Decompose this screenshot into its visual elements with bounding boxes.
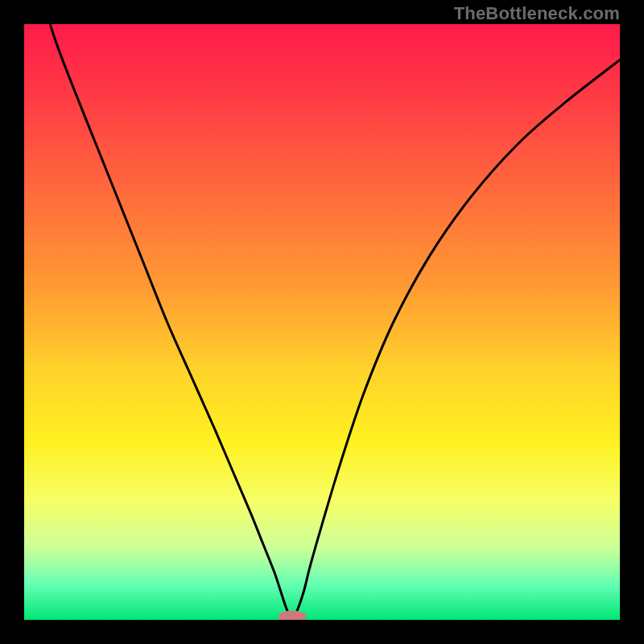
plot-area <box>24 24 620 620</box>
chart-frame: TheBottleneck.com <box>0 0 644 644</box>
gradient-background <box>24 24 620 620</box>
watermark-text: TheBottleneck.com <box>454 3 620 24</box>
bottleneck-chart <box>24 24 620 620</box>
